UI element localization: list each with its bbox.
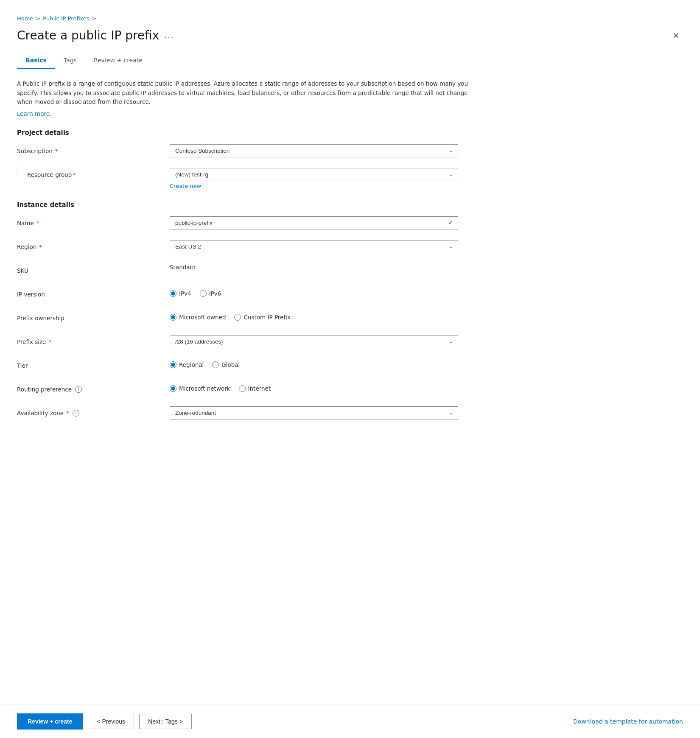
- routing-preference-label: Routing preference i: [17, 383, 170, 393]
- breadcrumb-prefixes[interactable]: Public IP Prefixes: [43, 15, 89, 22]
- prefix-ownership-control: Microsoft owned Custom IP Prefix: [170, 311, 458, 321]
- ip-version-ipv6-label: IPv6: [209, 290, 221, 297]
- region-select[interactable]: East US 2: [170, 240, 458, 253]
- ip-version-ipv6-option[interactable]: IPv6: [200, 290, 221, 297]
- download-template-link[interactable]: Download a template for automation: [573, 718, 683, 725]
- tier-global-radio[interactable]: [212, 361, 219, 368]
- subscription-row: Subscription* Contoso Subscription ⌄: [17, 144, 683, 159]
- routing-internet-option[interactable]: Internet: [239, 385, 271, 392]
- ip-version-ipv6-radio[interactable]: [200, 290, 207, 297]
- main-content: Home > Public IP Prefixes > Create a pub…: [0, 0, 700, 704]
- prefix-ownership-microsoft-option[interactable]: Microsoft owned: [170, 314, 226, 321]
- learn-more-link[interactable]: Learn more.: [17, 110, 51, 117]
- routing-preference-row: Routing preference i Microsoft network I…: [17, 383, 683, 398]
- region-control: East US 2 ⌄: [170, 240, 458, 253]
- prefix-ownership-label: Prefix ownership: [17, 311, 170, 321]
- previous-button[interactable]: < Previous: [88, 714, 134, 729]
- availability-zone-info-icon[interactable]: i: [73, 410, 79, 417]
- breadcrumb-sep1: >: [36, 15, 40, 22]
- tier-global-label: Global: [221, 361, 240, 368]
- tabs-container: Basics Tags Review + create: [17, 53, 683, 69]
- tier-regional-option[interactable]: Regional: [170, 361, 204, 368]
- tier-regional-label: Regional: [179, 361, 204, 368]
- page-header: Create a public IP prefix ... ✕: [17, 28, 683, 42]
- tab-review-create[interactable]: Review + create: [85, 53, 151, 69]
- prefix-ownership-radio-group: Microsoft owned Custom IP Prefix: [170, 311, 458, 321]
- routing-microsoft-label: Microsoft network: [179, 385, 230, 392]
- resource-group-select[interactable]: (New) test-rg: [170, 168, 458, 181]
- tab-basics[interactable]: Basics: [17, 53, 55, 69]
- routing-preference-radio-group: Microsoft network Internet: [170, 383, 458, 392]
- name-check-icon: ✓: [448, 219, 453, 226]
- breadcrumb-home[interactable]: Home: [17, 15, 33, 22]
- ip-version-radio-group: IPv4 IPv6: [170, 288, 458, 297]
- prefix-size-select[interactable]: /28 (16 addresses): [170, 335, 458, 348]
- availability-zone-select-wrapper: Zone-redundant ⌄: [170, 406, 458, 419]
- name-input-wrapper: ✓: [170, 216, 458, 229]
- name-control: ✓: [170, 216, 458, 229]
- region-select-wrapper: East US 2 ⌄: [170, 240, 458, 253]
- instance-details-title: Instance details: [17, 201, 683, 209]
- ip-version-control: IPv4 IPv6: [170, 288, 458, 297]
- footer: Review + create < Previous Next : Tags >…: [0, 704, 700, 738]
- prefix-ownership-microsoft-label: Microsoft owned: [179, 314, 226, 321]
- prefix-ownership-custom-radio[interactable]: [234, 314, 241, 321]
- prefix-ownership-custom-label: Custom IP Prefix: [244, 314, 290, 321]
- prefix-ownership-microsoft-radio[interactable]: [170, 314, 176, 321]
- routing-internet-radio[interactable]: [239, 385, 246, 392]
- name-input[interactable]: [170, 216, 458, 229]
- resource-group-row: Resource group* (New) test-rg ⌄ Create n…: [17, 168, 683, 189]
- create-new-link[interactable]: Create new: [170, 183, 458, 189]
- close-button[interactable]: ✕: [669, 29, 683, 42]
- review-create-button[interactable]: Review + create: [17, 713, 83, 730]
- tier-global-option[interactable]: Global: [212, 361, 240, 368]
- subscription-control: Contoso Subscription ⌄: [170, 144, 458, 157]
- ip-version-label: IP version: [17, 288, 170, 298]
- sku-label: SKU: [17, 264, 170, 274]
- sku-control: Standard: [170, 264, 458, 271]
- subscription-select-wrapper: Contoso Subscription ⌄: [170, 144, 458, 157]
- ip-version-row: IP version IPv4 IPv6: [17, 288, 683, 303]
- tier-row: Tier Regional Global: [17, 359, 683, 374]
- description-text: A Public IP prefix is a range of contigu…: [17, 79, 484, 107]
- project-details-title: Project details: [17, 129, 683, 137]
- routing-microsoft-radio[interactable]: [170, 385, 176, 392]
- availability-zone-label: Availability zone* i: [17, 406, 170, 417]
- tab-tags[interactable]: Tags: [55, 53, 85, 69]
- sku-value: Standard: [170, 260, 196, 271]
- tier-regional-radio[interactable]: [170, 361, 176, 368]
- breadcrumb: Home > Public IP Prefixes >: [17, 8, 683, 22]
- resource-group-control: (New) test-rg ⌄ Create new: [170, 168, 458, 189]
- page-title: Create a public IP prefix: [17, 28, 159, 42]
- region-label: Region*: [17, 240, 170, 250]
- prefix-ownership-custom-option[interactable]: Custom IP Prefix: [234, 314, 290, 321]
- page-title-area: Create a public IP prefix ...: [17, 28, 174, 42]
- page-container: Home > Public IP Prefixes > Create a pub…: [0, 0, 700, 738]
- resource-group-select-wrapper: (New) test-rg ⌄: [170, 168, 458, 181]
- routing-microsoft-option[interactable]: Microsoft network: [170, 385, 230, 392]
- ip-version-ipv4-radio[interactable]: [170, 290, 176, 297]
- resource-group-label: Resource group*: [17, 168, 170, 178]
- ip-version-ipv4-option[interactable]: IPv4: [170, 290, 191, 297]
- subscription-select[interactable]: Contoso Subscription: [170, 144, 458, 157]
- prefix-size-label: Prefix size*: [17, 335, 170, 345]
- breadcrumb-sep2: >: [92, 15, 97, 22]
- availability-zone-row: Availability zone* i Zone-redundant ⌄: [17, 406, 683, 422]
- name-label: Name*: [17, 216, 170, 226]
- ip-version-ipv4-label: IPv4: [179, 290, 191, 297]
- routing-preference-control: Microsoft network Internet: [170, 383, 458, 392]
- sku-row: SKU Standard: [17, 264, 683, 279]
- availability-zone-select[interactable]: Zone-redundant: [170, 406, 458, 419]
- prefix-size-select-wrapper: /28 (16 addresses) ⌄: [170, 335, 458, 348]
- more-options-button[interactable]: ...: [164, 31, 174, 40]
- region-row: Region* East US 2 ⌄: [17, 240, 683, 255]
- prefix-size-control: /28 (16 addresses) ⌄: [170, 335, 458, 348]
- routing-preference-info-icon[interactable]: i: [75, 386, 82, 393]
- prefix-size-row: Prefix size* /28 (16 addresses) ⌄: [17, 335, 683, 350]
- tier-radio-group: Regional Global: [170, 359, 458, 368]
- next-tags-button[interactable]: Next : Tags >: [139, 714, 192, 729]
- prefix-ownership-row: Prefix ownership Microsoft owned Custom …: [17, 311, 683, 327]
- subscription-label: Subscription*: [17, 144, 170, 154]
- tier-label: Tier: [17, 359, 170, 369]
- tier-control: Regional Global: [170, 359, 458, 368]
